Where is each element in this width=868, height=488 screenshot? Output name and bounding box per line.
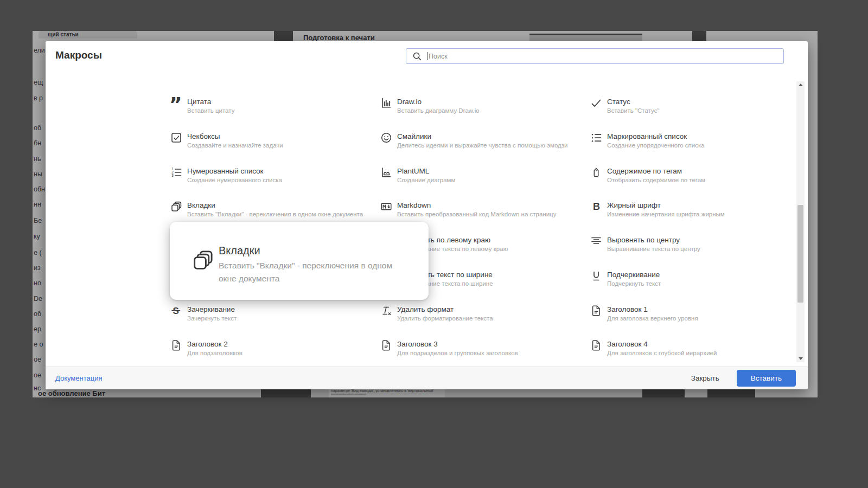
- background-text-fragment: бн: [34, 139, 41, 147]
- background-text-fragment: е (: [34, 249, 42, 256]
- background-text-fragment: ер: [34, 325, 41, 333]
- macro-item[interactable]: ПодчеркиваниеПодчеркнуть текст: [590, 269, 796, 287]
- background-text-fragment: нь: [34, 155, 41, 163]
- macro-item[interactable]: Draw.ioВставить диаграмму Draw.io: [380, 97, 586, 114]
- background-block: [261, 389, 311, 397]
- macro-item[interactable]: ”ЦитатаВставить цитату: [170, 97, 376, 114]
- background-block: [692, 31, 706, 42]
- background-text-fragment: е о: [34, 341, 43, 348]
- tooltip-text: Вкладки Вставить "Вкладки" - переключени…: [219, 243, 409, 285]
- tag-icon: [590, 166, 603, 179]
- bold-icon: B: [590, 200, 603, 213]
- macro-item-title: Заголовок 2: [187, 339, 242, 349]
- document-icon: [170, 339, 183, 352]
- background-text-fragment: De: [34, 295, 42, 303]
- close-button[interactable]: Закрыть: [688, 374, 723, 383]
- macro-item-desc: Вставить преобразованный код Markdown на…: [397, 210, 556, 218]
- scrollbar[interactable]: [796, 81, 805, 362]
- remove-format-icon: [380, 304, 393, 317]
- strikethrough-icon: S: [170, 304, 183, 317]
- macro-item-title: Markdown: [397, 201, 556, 210]
- background-text-fragment: обн: [34, 185, 45, 193]
- macro-item[interactable]: ВкладкиВставить "Вкладки" - переключения…: [170, 200, 376, 218]
- macro-item[interactable]: ЧекбоксыСоздавайте и назначайте задачи: [170, 131, 376, 149]
- macro-item[interactable]: СмайликиДелитесь идеями и выражайте чувс…: [380, 131, 586, 149]
- macro-item-desc: Вставить "Статус": [607, 107, 659, 114]
- background-block: [707, 389, 755, 397]
- macros-dialog: Макросы Поиск ”ЦитатаВставить цитатуDraw…: [46, 41, 808, 389]
- macro-item-desc: Удалить форматирование текста: [397, 314, 493, 322]
- macro-item-desc: Создание упорядоченного списка: [607, 142, 705, 149]
- macro-item[interactable]: PlantUMLСоздание диаграмм: [380, 166, 586, 184]
- macro-item-title: Удалить формат: [397, 305, 493, 314]
- document-icon: [590, 304, 603, 317]
- macro-item-title: Draw.io: [397, 97, 480, 106]
- macro-item-title: Маркированный список: [607, 132, 705, 141]
- macro-item[interactable]: Содержимое по тегамОтобразить содержимое…: [590, 166, 796, 184]
- macro-grid: ”ЦитатаВставить цитатуDraw.ioВставить ди…: [46, 41, 808, 367]
- background-text-fragment: ое: [34, 371, 41, 379]
- tabs-icon: [190, 248, 215, 275]
- macro-item-desc: Изменение начертания шрифта жирным: [607, 210, 725, 218]
- area-chart-icon: [380, 166, 393, 179]
- macro-item-desc: Вставить "Вкладки" - переключения в одно…: [187, 210, 363, 218]
- macro-item-desc: Подчеркнуть текст: [607, 280, 661, 287]
- macro-item-desc: Создание нумерованного списка: [187, 176, 282, 184]
- macro-item-desc: Делитесь идеями и выражайте чувства с по…: [397, 142, 568, 149]
- macro-item[interactable]: BЖирный шрифтИзменение начертания шрифта…: [590, 200, 796, 218]
- macro-item-desc: Создание диаграмм: [397, 176, 455, 184]
- macro-list: ”ЦитатаВставить цитатуDraw.ioВставить ди…: [46, 70, 808, 367]
- macro-item-title: Смайлики: [397, 132, 568, 141]
- macro-item[interactable]: Заголовок 3Для подразделов и групповых з…: [380, 339, 586, 357]
- macro-item[interactable]: Выровнять по центруВыравнивание текста п…: [590, 235, 796, 253]
- macro-item-title: Чекбоксы: [187, 132, 283, 141]
- svg-text:B: B: [593, 201, 600, 212]
- macro-item-title: Цитата: [187, 97, 234, 106]
- documentation-link[interactable]: Документация: [55, 374, 103, 382]
- underline-icon: [590, 269, 603, 282]
- scroll-down-arrow-icon[interactable]: [799, 357, 803, 360]
- scrollbar-thumb[interactable]: [797, 205, 803, 303]
- background-page-heading: Подготовка к печати: [303, 34, 375, 42]
- macro-item[interactable]: Маркированный списокСоздание упорядоченн…: [590, 131, 796, 149]
- smiley-icon: [380, 131, 393, 144]
- background-tab-label: щий статьи: [48, 31, 137, 37]
- background-text-fragment: ещ: [34, 79, 43, 86]
- macro-item-title: Статус: [607, 97, 659, 106]
- insert-button[interactable]: Вставить: [737, 370, 796, 387]
- bullet-list-icon: [590, 131, 603, 144]
- tooltip-description: Вставить "Вкладки" - переключения в одно…: [219, 259, 409, 285]
- macro-item-title: PlantUML: [397, 166, 455, 176]
- macro-item[interactable]: SЗачеркиваниеЗачеркнуть текст: [170, 304, 376, 322]
- background-text-fragment: Бе: [34, 217, 42, 224]
- macro-item[interactable]: Заголовок 1Для заголовка верхнего уровня: [590, 304, 796, 322]
- scroll-up-arrow-icon[interactable]: [799, 84, 803, 86]
- macro-item[interactable]: Удалить форматУдалить форматирование тек…: [380, 304, 586, 322]
- svg-text:3: 3: [171, 174, 174, 177]
- quote-icon: ”: [170, 97, 183, 110]
- numbered-list-icon: 123: [170, 166, 183, 179]
- macro-item-title: Заголовок 1: [607, 305, 698, 314]
- checkbox-icon: [170, 131, 183, 144]
- background-mini-text: параметре 'Вид вывода', установленного в…: [331, 389, 443, 393]
- background-text-fragment: ое: [34, 356, 41, 363]
- background-mini-panel: параметре 'Вид вывода', установленного в…: [329, 388, 445, 397]
- macro-item[interactable]: 123Нумерованный списокСоздание нумерован…: [170, 166, 376, 184]
- tooltip-title: Вкладки: [219, 243, 409, 258]
- macro-item-desc: Для заголовков с глубокой иерархией: [607, 349, 717, 357]
- align-center-icon: [590, 235, 603, 248]
- macro-tooltip: Вкладки Вставить "Вкладки" - переключени…: [170, 222, 429, 300]
- macro-item-title: Заголовок 3: [397, 339, 518, 349]
- macro-item[interactable]: Заголовок 4Для заголовков с глубокой иер…: [590, 339, 796, 357]
- background-bottom-text: ое обновление Бит: [38, 389, 105, 397]
- macro-item-title: Подчеркивание: [607, 270, 661, 279]
- checkmark-icon: [590, 97, 603, 110]
- macro-item[interactable]: СтатусВставить "Статус": [590, 97, 796, 114]
- background-text-fragment: об: [34, 310, 41, 318]
- macro-item[interactable]: Заголовок 2Для подзаголовков: [170, 339, 376, 357]
- chart-bars-icon: [380, 97, 393, 110]
- macro-item[interactable]: MarkdownВставить преобразованный код Mar…: [380, 200, 586, 218]
- macro-item-desc: Для подзаголовков: [187, 349, 242, 357]
- macro-item-title: Жирный шрифт: [607, 201, 725, 210]
- screen: щий статьи Подготовка к печати елиещв ро…: [0, 0, 868, 488]
